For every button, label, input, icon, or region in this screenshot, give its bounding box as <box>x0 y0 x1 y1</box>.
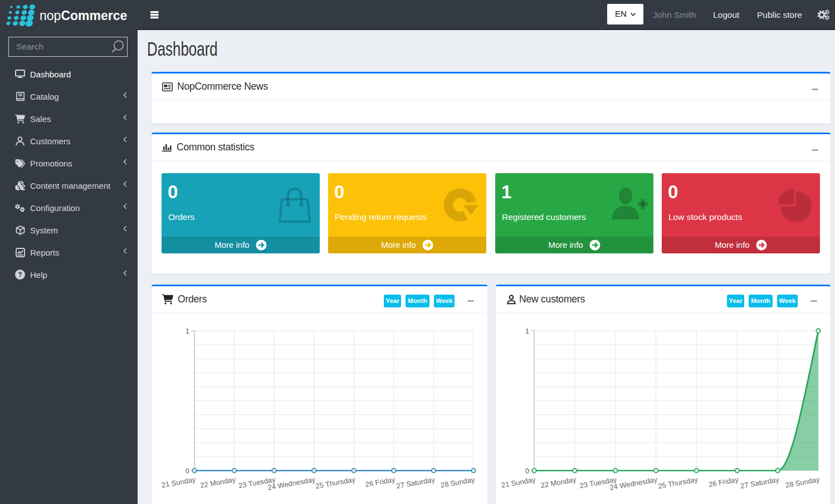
svg-text:25 Thursday: 25 Thursday <box>315 475 356 490</box>
svg-text:28 Sunday: 28 Sunday <box>440 475 476 490</box>
svg-text:21 Sunday: 21 Sunday <box>161 475 197 490</box>
svg-text:0: 0 <box>185 467 189 475</box>
svg-text:24 Wednesday: 24 Wednesday <box>609 475 658 492</box>
svg-text:27 Saturday: 27 Saturday <box>740 475 780 490</box>
svg-text:26 Friday: 26 Friday <box>708 475 739 488</box>
svg-text:27 Saturday: 27 Saturday <box>395 475 436 490</box>
svg-text:22 Monday: 22 Monday <box>540 475 577 490</box>
svg-text:28 Sunday: 28 Sunday <box>785 475 821 490</box>
svg-text:26 Friday: 26 Friday <box>364 475 395 488</box>
svg-text:0: 0 <box>525 467 529 475</box>
svg-text:22 Monday: 22 Monday <box>199 475 236 490</box>
svg-text:21 Sunday: 21 Sunday <box>501 475 536 490</box>
svg-text:1: 1 <box>185 327 189 335</box>
svg-text:1: 1 <box>525 327 529 335</box>
svg-text:25 Thursday: 25 Thursday <box>657 475 699 490</box>
